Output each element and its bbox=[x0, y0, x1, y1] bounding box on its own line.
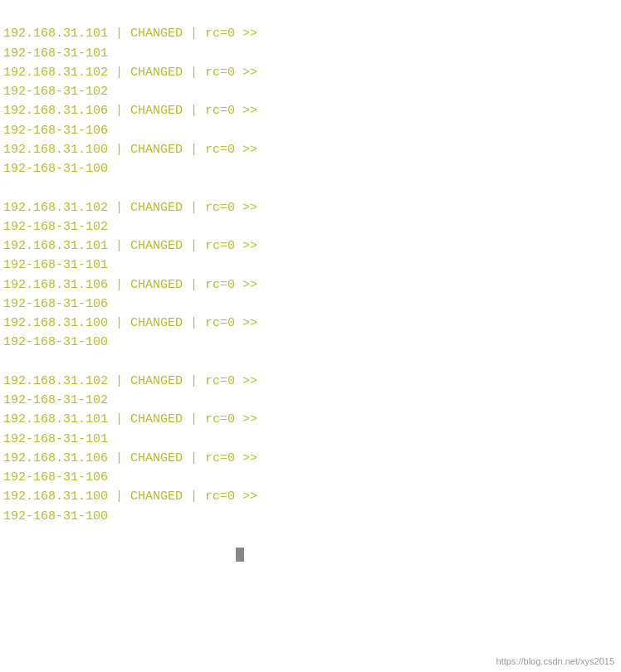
hostname-3-4: 192-168-31-100 bbox=[3, 507, 616, 526]
result-1-1: 192.168.31.101 | CHANGED | rc=0 >> bbox=[3, 24, 616, 43]
result-2-4: 192.168.31.100 | CHANGED | rc=0 >> bbox=[3, 314, 616, 333]
hostname-3-1: 192-168-31-102 bbox=[3, 391, 616, 410]
cursor bbox=[236, 548, 244, 562]
prompt-line-3: [[root@192-168-31-106 ~]# ansible all -a… bbox=[3, 353, 616, 372]
final-prompt-text: [root@192-168-31-106 ~]# bbox=[48, 548, 235, 562]
hostname-1-1: 192-168-31-101 bbox=[3, 44, 616, 63]
hostname-2-2: 192-168-31-101 bbox=[3, 256, 616, 275]
hostname-3-2: 192-168-31-101 bbox=[3, 430, 616, 449]
prompt-text-3: [[root@192-168-31-106 ~]# ansible all -a… bbox=[3, 355, 384, 369]
prompt-line-2: [[root@192-168-31-106 ~]# ansible all -a… bbox=[3, 178, 616, 197]
terminal-content: [[root@192-168-31-106 ~]# ansible all -a… bbox=[3, 5, 616, 584]
result-3-1: 192.168.31.102 | CHANGED | rc=0 >> bbox=[3, 372, 616, 391]
hostname-2-1: 192-168-31-102 bbox=[3, 217, 616, 236]
result-3-4: 192.168.31.100 | CHANGED | rc=0 >> bbox=[3, 487, 616, 506]
prompt-text-2: [[root@192-168-31-106 ~]# ansible all -a… bbox=[3, 181, 384, 195]
hostname-1-4: 192-168-31-100 bbox=[3, 159, 616, 178]
prompt-line-1: [[root@192-168-31-106 ~]# ansible all -a… bbox=[3, 5, 616, 24]
result-2-3: 192.168.31.106 | CHANGED | rc=0 >> bbox=[3, 275, 616, 295]
terminal: [[root@192-168-31-106 ~]# ansible all -a… bbox=[0, 0, 621, 672]
watermark: https://blog.csdn.net/xys2015 bbox=[496, 655, 614, 669]
hostname-2-4: 192-168-31-100 bbox=[3, 333, 616, 352]
hostname-1-3: 192-168-31-106 bbox=[3, 121, 616, 140]
result-3-3: 192.168.31.106 | CHANGED | rc=0 >> bbox=[3, 449, 616, 468]
result-3-2: 192.168.31.101 | CHANGED | rc=0 >> bbox=[3, 410, 616, 429]
result-2-2: 192.168.31.101 | CHANGED | rc=0 >> bbox=[3, 236, 616, 256]
result-1-2: 192.168.31.102 | CHANGED | rc=0 >> bbox=[3, 63, 616, 82]
prompt-text-1: [[root@192-168-31-106 ~]# ansible all -a… bbox=[3, 7, 384, 22]
result-2-1: 192.168.31.102 | CHANGED | rc=0 >> bbox=[3, 198, 616, 217]
final-prompt-line: [root@192-168-31-106 ~]# bbox=[3, 526, 616, 584]
hostname-1-2: 192-168-31-102 bbox=[3, 82, 616, 101]
result-1-3: 192.168.31.106 | CHANGED | rc=0 >> bbox=[3, 101, 616, 120]
result-1-4: 192.168.31.100 | CHANGED | rc=0 >> bbox=[3, 140, 616, 159]
hostname-3-3: 192-168-31-106 bbox=[3, 468, 616, 487]
hostname-2-3: 192-168-31-106 bbox=[3, 295, 616, 314]
